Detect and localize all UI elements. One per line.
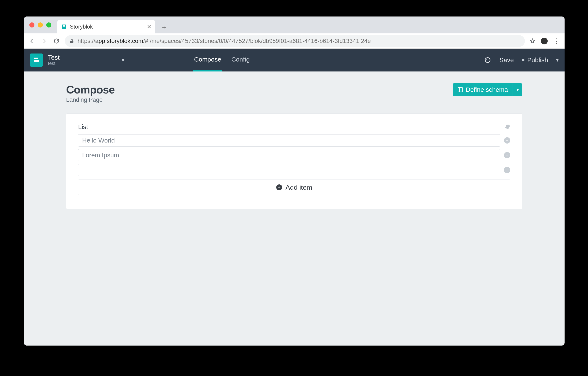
tab-compose[interactable]: Compose xyxy=(193,49,222,71)
svg-rect-1 xyxy=(63,25,65,26)
forward-icon[interactable] xyxy=(40,37,48,45)
svg-rect-3 xyxy=(34,58,38,59)
window-controls xyxy=(29,22,51,27)
remove-item-icon[interactable]: − xyxy=(504,137,510,144)
profile-avatar-icon[interactable] xyxy=(541,38,548,44)
browser-window: Storyblok ✕ + https://app.storyblok.com/… xyxy=(24,16,565,345)
add-item-button[interactable]: + Add item xyxy=(78,179,510,195)
svg-rect-4 xyxy=(34,60,39,62)
url-path: /#!/me/spaces/45733/stories/0/0/447527/b… xyxy=(143,38,371,44)
space-info[interactable]: Test test xyxy=(48,54,60,66)
define-schema-label: Define schema xyxy=(466,86,508,93)
compose-card: List −−− + Add item xyxy=(66,113,522,209)
browser-tab-strip: Storyblok ✕ + xyxy=(24,16,565,33)
list-item-input[interactable] xyxy=(78,164,500,176)
page-title: Compose xyxy=(66,83,446,96)
define-schema-dropdown-icon[interactable]: ▾ xyxy=(513,83,522,96)
page-heading: Compose Landing Page xyxy=(66,83,446,103)
app-header: Test test ▾ Compose Config Save Publish … xyxy=(24,49,565,71)
field-settings-icon[interactable] xyxy=(505,124,510,130)
publish-dropdown-icon[interactable]: ▾ xyxy=(556,57,559,63)
space-dropdown-icon[interactable]: ▾ xyxy=(122,57,124,64)
new-tab-button[interactable]: + xyxy=(158,22,170,33)
app-logo-icon[interactable] xyxy=(30,54,43,66)
list-item-input[interactable] xyxy=(78,149,500,161)
space-slug: test xyxy=(48,61,60,66)
window-zoom-icon[interactable] xyxy=(46,22,51,27)
toolbar-right: ⋮ xyxy=(529,37,560,45)
tab-favicon-icon xyxy=(61,24,67,30)
list-items: −−− xyxy=(78,134,510,176)
publish-status-icon xyxy=(522,59,525,61)
tab-title: Storyblok xyxy=(70,23,93,30)
space-title: Test xyxy=(48,54,60,61)
tab-config[interactable]: Config xyxy=(230,49,251,71)
svg-rect-2 xyxy=(63,26,65,27)
list-row: − xyxy=(78,164,510,176)
address-url: https://app.storyblok.com/#!/me/spaces/4… xyxy=(77,38,371,44)
list-row: − xyxy=(78,134,510,146)
workspace: Compose Landing Page Define schema ▾ Lis… xyxy=(24,71,565,345)
remove-item-icon[interactable]: − xyxy=(504,152,510,158)
publish-label: Publish xyxy=(527,56,548,64)
window-close-icon[interactable] xyxy=(29,22,34,27)
add-item-label: Add item xyxy=(285,184,312,191)
address-bar[interactable]: https://app.storyblok.com/#!/me/spaces/4… xyxy=(65,35,525,47)
undo-icon[interactable] xyxy=(484,56,491,64)
page-subtitle: Landing Page xyxy=(66,96,446,103)
bookmark-star-icon[interactable] xyxy=(529,38,536,44)
url-host: app.storyblok.com xyxy=(95,38,143,44)
plus-circle-icon: + xyxy=(276,184,282,190)
tab-compose-label: Compose xyxy=(194,56,221,63)
header-tabs: Compose Config xyxy=(193,49,251,71)
header-actions: Save Publish ▾ xyxy=(484,56,559,64)
tab-config-label: Config xyxy=(231,56,250,63)
field-label: List xyxy=(78,123,88,131)
define-schema-button[interactable]: Define schema ▾ xyxy=(453,83,522,96)
browser-tab[interactable]: Storyblok ✕ xyxy=(57,20,155,33)
window-minimize-icon[interactable] xyxy=(38,22,43,27)
publish-button[interactable]: Publish xyxy=(522,56,548,64)
browser-toolbar: https://app.storyblok.com/#!/me/spaces/4… xyxy=(24,33,565,49)
url-scheme: https:// xyxy=(77,38,95,44)
tab-close-icon[interactable]: ✕ xyxy=(147,23,151,30)
list-item-input[interactable] xyxy=(78,134,500,146)
reload-icon[interactable] xyxy=(52,37,60,45)
back-icon[interactable] xyxy=(28,37,36,45)
lock-icon xyxy=(70,39,74,43)
schema-icon xyxy=(457,87,463,93)
remove-item-icon[interactable]: − xyxy=(504,167,510,173)
list-row: − xyxy=(78,149,510,161)
save-button[interactable]: Save xyxy=(499,56,514,64)
browser-menu-icon[interactable]: ⋮ xyxy=(553,37,560,45)
svg-rect-5 xyxy=(458,88,462,92)
